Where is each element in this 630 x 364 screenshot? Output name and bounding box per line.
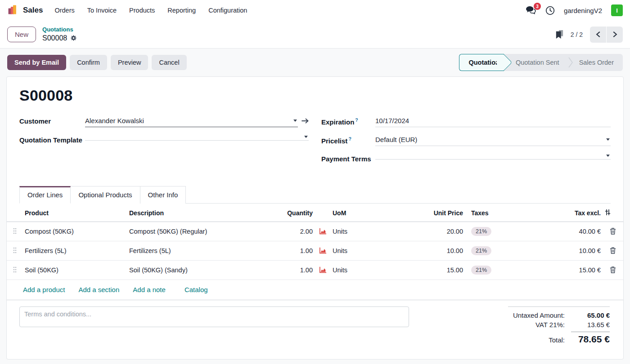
col-uom[interactable]: UoM [331,204,406,222]
document-title: S00008 [19,87,611,104]
cell-uom[interactable]: Units [331,241,406,261]
total-label: Total: [549,336,565,344]
order-line-row[interactable]: Compost (50KG) Compost (50KG) (Regular) … [7,222,623,241]
messages-icon[interactable]: 3 [526,6,536,15]
cell-uom[interactable]: Units [331,222,406,241]
quotation-sheet: S00008 Customer Alexander Kowalski [6,76,624,360]
avatar[interactable]: I [611,4,623,16]
cell-subtotal: 10.00 € [522,241,603,261]
cancel-button[interactable]: Cancel [152,55,186,70]
pager-next-button[interactable] [607,27,623,43]
add-note-link[interactable]: Add a note [133,286,166,293]
user-name[interactable]: gardeningV2 [564,7,602,14]
customer-internal-link-icon[interactable] [302,117,309,127]
forecast-icon[interactable] [315,222,331,241]
quotation-template-field[interactable] [85,135,309,141]
col-product[interactable]: Product [23,204,127,222]
cell-quantity[interactable]: 1.00 [277,261,315,280]
add-section-link[interactable]: Add a section [78,286,119,293]
cell-unit-price[interactable]: 10.00 [406,241,465,261]
pager-previous-button[interactable] [590,27,606,43]
menu-orders[interactable]: Orders [54,7,74,14]
customer-label: Customer [19,116,85,125]
breadcrumb-quotations[interactable]: Quotations [42,26,77,33]
pricelist-field[interactable]: Default (EUR) [375,135,611,146]
order-line-row[interactable]: Soil (50KG) Soil (50KG) (Sandy) 1.00 Uni… [7,261,623,280]
expiration-label: Expiration? [321,116,375,126]
cell-quantity[interactable]: 1.00 [277,241,315,261]
delete-row-icon[interactable] [603,261,623,280]
preview-button[interactable]: Preview [111,55,148,70]
add-product-link[interactable]: Add a product [23,286,65,293]
status-step-quotation[interactable]: Quotation [459,54,504,71]
payment-terms-label: Payment Terms [321,154,375,163]
breadcrumb-current: S00008 [42,34,67,43]
activities-clock-icon[interactable] [545,6,555,15]
menu-configuration[interactable]: Configuration [208,7,247,14]
drag-handle-icon[interactable] [7,241,23,261]
send-by-email-button[interactable]: Send by Email [7,55,66,70]
help-icon: ? [355,117,358,123]
cell-product[interactable]: Soil (50KG) [23,261,127,280]
total-value: 78.65 € [571,332,610,345]
catalog-link[interactable]: Catalog [184,286,208,293]
terms-and-conditions-input[interactable] [19,306,409,327]
cell-quantity[interactable]: 2.00 [277,222,315,241]
tab-optional-products[interactable]: Optional Products [71,186,140,204]
menu-reporting[interactable]: Reporting [167,7,196,14]
col-description[interactable]: Description [127,204,277,222]
status-step-sales-order[interactable]: Sales Order [573,54,623,71]
confirm-button[interactable]: Confirm [70,55,107,70]
optional-columns-icon[interactable] [603,204,623,222]
notebook-tabs: Order Lines Optional Products Other Info [19,186,611,204]
cell-unit-price[interactable]: 20.00 [406,222,465,241]
delete-row-icon[interactable] [603,222,623,241]
menu-products[interactable]: Products [129,7,155,14]
tax-badge[interactable]: 21% [471,266,491,275]
app-switcher[interactable]: Sales [7,4,43,17]
drag-handle-icon[interactable] [7,261,23,280]
cell-product[interactable]: Compost (50KG) [23,222,127,241]
messages-badge: 3 [534,3,541,10]
cell-description[interactable]: Fertilizers (5L) [127,241,277,261]
col-quantity[interactable]: Quantity [277,204,315,222]
order-lines-table: Product Description Quantity UoM Unit Pr… [7,204,623,280]
cell-description[interactable]: Soil (50KG) (Sandy) [127,261,277,280]
cell-product[interactable]: Fertilizers (5L) [23,241,127,261]
caret-down-icon [606,155,610,157]
expiration-field[interactable]: 10/17/2024 [375,116,611,127]
menu-to-invoice[interactable]: To Invoice [87,7,117,14]
delete-row-icon[interactable] [603,241,623,261]
tab-order-lines[interactable]: Order Lines [19,186,71,204]
payment-terms-field[interactable] [375,154,611,160]
status-step-quotation-sent[interactable]: Quotation Sent [504,54,568,71]
control-panel: New Quotations S00008 [0,21,630,49]
col-subtotal[interactable]: Tax excl. [522,204,603,222]
cell-uom[interactable]: Units [331,261,406,280]
order-line-actions: Add a product Add a section Add a note C… [7,280,623,300]
caret-down-icon [304,136,308,138]
tax-badge[interactable]: 21% [471,227,491,236]
new-button[interactable]: New [7,27,36,42]
order-line-row[interactable]: Fertilizers (5L) Fertilizers (5L) 1.00 U… [7,241,623,261]
gear-icon[interactable] [70,35,77,41]
cell-unit-price[interactable]: 15.00 [406,261,465,280]
sales-app-logo-icon [7,4,19,17]
col-taxes[interactable]: Taxes [465,204,522,222]
tax-badge[interactable]: 21% [471,246,491,255]
cell-subtotal: 40.00 € [522,222,603,241]
drag-handle-icon[interactable] [7,222,23,241]
col-unit-price[interactable]: Unit Price [406,204,465,222]
customer-field[interactable]: Alexander Kowalski [85,116,298,127]
forecast-icon[interactable] [315,241,331,261]
bookmark-icon[interactable] [555,30,563,39]
forecast-icon[interactable] [315,261,331,280]
chatter-bar: Send message Log note Activities 2 Follo… [0,360,630,364]
top-nav: Sales Orders To Invoice Products Reporti… [0,0,630,21]
cell-description[interactable]: Compost (50KG) (Regular) [127,222,277,241]
pager-counter: 2 / 2 [571,31,583,38]
tab-other-info[interactable]: Other Info [140,186,186,204]
form-view: Send by Email Confirm Preview Cancel Quo… [0,49,630,364]
quotation-template-label: Quotation Template [19,135,85,144]
app-name[interactable]: Sales [23,6,43,15]
